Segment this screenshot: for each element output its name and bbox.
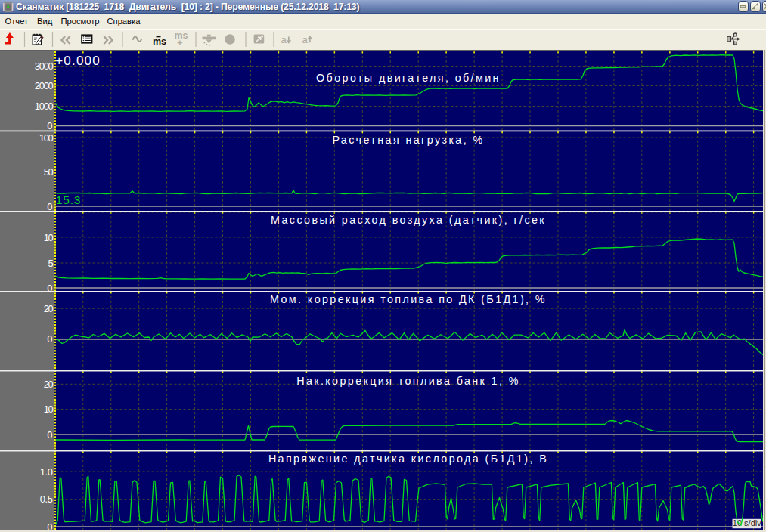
svg-text:1.0: 1.0 [40,466,53,478]
svg-text:3000: 3000 [35,60,54,72]
svg-text:0: 0 [47,120,52,131]
svg-text:0: 0 [47,521,52,532]
svg-text:Мом. коррекция топлива по ДК (: Мом. коррекция топлива по ДК (Б1Д1), % [270,293,547,305]
svg-text:a: a [302,34,309,45]
svg-text:Напряжение датчика кислорода (: Напряжение датчика кислорода (Б1Д1), В [268,453,548,465]
svg-text:0.5: 0.5 [40,493,53,505]
svg-text:0: 0 [47,429,52,441]
svg-text:10: 10 [44,232,54,243]
svg-text:15.3: 15.3 [56,193,81,206]
svg-text:Обороты двигателя, об/мин: Обороты двигателя, об/мин [316,72,501,84]
svg-text:0: 0 [47,201,52,212]
svg-text:+: + [177,37,183,48]
svg-text:2000: 2000 [35,80,54,91]
svg-text:50: 50 [44,166,54,178]
svg-text:20: 20 [44,379,54,390]
svg-text:1000: 1000 [35,101,54,112]
svg-text:+0.000: +0.000 [55,54,101,68]
svg-text:Нак.коррекция топлива банк 1,: Нак.коррекция топлива банк 1, % [296,375,520,387]
svg-text:20: 20 [44,303,54,314]
svg-text:a: a [281,34,287,45]
svg-text:ms: ms [153,36,166,47]
svg-text:Расчетная нагрузка, %: Расчетная нагрузка, % [332,134,484,146]
svg-text:0: 0 [47,333,52,345]
svg-text:0: 0 [47,283,52,294]
svg-text:Массовый расход воздуха (датчи: Массовый расход воздуха (датчик), г/сек [271,214,546,226]
svg-text:100: 100 [39,132,54,144]
svg-text:10: 10 [44,404,54,415]
